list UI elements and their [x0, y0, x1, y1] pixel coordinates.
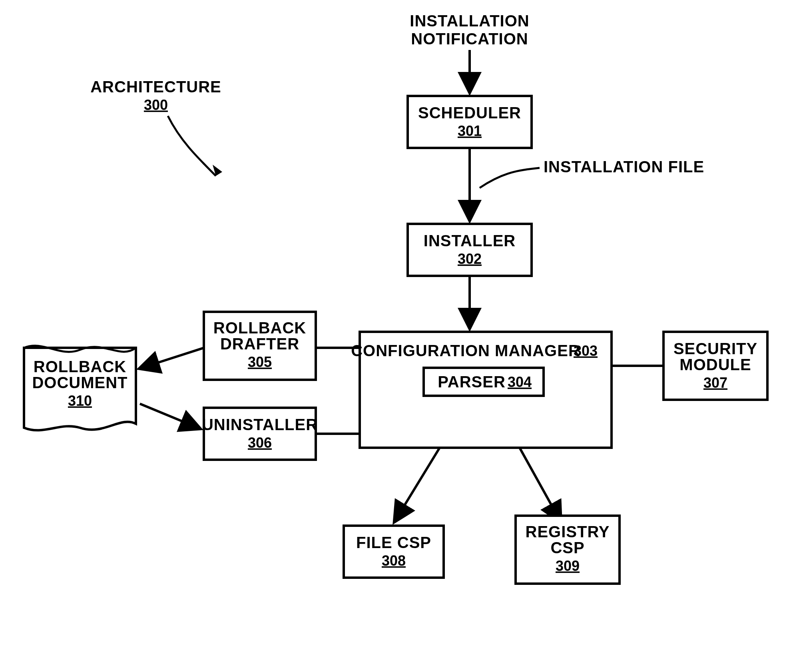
- uninstaller-label: UNINSTALLER: [202, 416, 318, 433]
- configuration-manager-node: CONFIGURATION MANAGER 303 PARSER 304: [351, 332, 612, 448]
- parser-label: PARSER: [438, 373, 506, 391]
- security-module-number: 307: [703, 375, 727, 391]
- scheduler-node: SCHEDULER 301: [408, 96, 532, 148]
- security-module-line1: SECURITY: [673, 340, 757, 357]
- title-number: 300: [144, 97, 168, 113]
- registry-csp-node: REGISTRY CSP 309: [516, 516, 620, 584]
- registry-csp-number: 309: [556, 558, 580, 574]
- rollback-drafter-node: ROLLBACK DRAFTER 305: [204, 312, 316, 380]
- installer-node: INSTALLER 302: [408, 224, 532, 276]
- file-csp-node: FILE CSP 308: [344, 526, 444, 578]
- scheduler-label: SCHEDULER: [418, 104, 521, 122]
- configuration-manager-number: 303: [574, 343, 598, 359]
- scheduler-number: 301: [458, 123, 482, 139]
- installation-notification-line1: INSTALLATION: [410, 12, 529, 30]
- rollback-document-line2: DOCUMENT: [32, 374, 128, 391]
- uninstaller-node: UNINSTALLER 306: [202, 408, 318, 460]
- registry-csp-line1: REGISTRY: [526, 523, 610, 540]
- installation-notification: INSTALLATION NOTIFICATION: [410, 12, 529, 90]
- security-module-node: SECURITY MODULE 307: [663, 332, 767, 400]
- rollback-drafter-line1: ROLLBACK: [213, 319, 306, 337]
- rollback-document-node: ROLLBACK DOCUMENT 310: [24, 346, 136, 431]
- architecture-diagram: ARCHITECTURE 300 INSTALLATION NOTIFICATI…: [0, 0, 787, 672]
- security-module-line2: MODULE: [679, 356, 751, 373]
- arrow-document-to-uninstaller: [140, 404, 198, 428]
- file-csp-number: 308: [382, 552, 406, 569]
- arrow-configmgr-to-registrycsp: [520, 448, 560, 520]
- uninstaller-number: 306: [248, 435, 272, 451]
- rollback-drafter-number: 305: [248, 354, 272, 370]
- arrow-drafter-to-document: [142, 348, 204, 368]
- title-text: ARCHITECTURE: [90, 78, 221, 96]
- installer-label: INSTALLER: [424, 232, 516, 249]
- file-csp-label: FILE CSP: [356, 534, 431, 551]
- installation-file-label: INSTALLATION FILE: [544, 158, 704, 175]
- registry-csp-line2: CSP: [550, 539, 584, 556]
- title-leader: [168, 116, 216, 176]
- rollback-drafter-line2: DRAFTER: [220, 335, 299, 353]
- parser-number: 304: [508, 374, 532, 390]
- diagram-title: ARCHITECTURE 300: [90, 78, 222, 176]
- installation-file-leader: [480, 168, 540, 188]
- rollback-document-number: 310: [68, 393, 92, 409]
- rollback-document-line1: ROLLBACK: [34, 358, 126, 375]
- installer-number: 302: [458, 251, 482, 267]
- arrow-configmgr-to-filecsp: [396, 448, 440, 520]
- installation-notification-line2: NOTIFICATION: [411, 30, 528, 48]
- configuration-manager-label: CONFIGURATION MANAGER: [351, 342, 580, 359]
